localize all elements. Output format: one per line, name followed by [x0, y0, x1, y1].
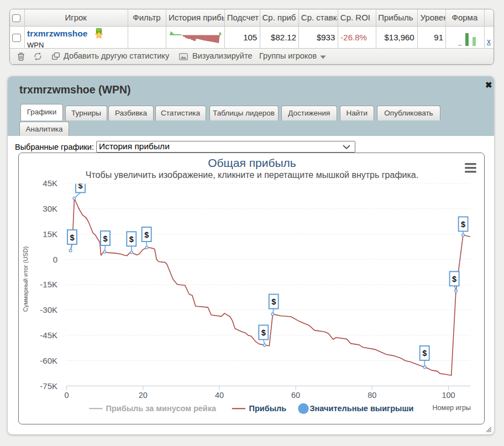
svg-text:60: 60 — [291, 391, 300, 400]
svg-text:45K: 45K — [43, 179, 57, 188]
svg-text:Общая прибыль: Общая прибыль — [208, 156, 296, 169]
svg-text:20: 20 — [139, 391, 148, 400]
svg-text:0: 0 — [65, 391, 69, 400]
svg-text:-45K: -45K — [40, 330, 57, 340]
svg-text:Прибыль: Прибыль — [249, 404, 287, 413]
svg-text:100: 100 — [442, 391, 455, 400]
svg-text:$: $ — [70, 233, 74, 242]
svg-text:-30K: -30K — [40, 305, 57, 314]
svg-text:$: $ — [103, 234, 107, 243]
svg-text:0: 0 — [53, 255, 57, 264]
svg-text:30K: 30K — [43, 204, 57, 213]
svg-text:$: $ — [452, 275, 456, 284]
svg-text:$: $ — [461, 220, 465, 229]
svg-text:$: $ — [271, 297, 276, 306]
svg-text:-15K: -15K — [40, 280, 57, 289]
svg-text:Чтобы увеличить изображение, к: Чтобы увеличить изображение, кликните и … — [86, 170, 418, 180]
svg-text:Значительные выигрыши: Значительные выигрыши — [310, 404, 414, 413]
svg-text:Прибыль за минусом рейка: Прибыль за минусом рейка — [106, 404, 217, 413]
svg-text:80: 80 — [368, 391, 376, 400]
svg-text:$: $ — [261, 328, 266, 337]
svg-text:-60K: -60K — [40, 356, 57, 365]
svg-text:-75K: -75K — [40, 381, 57, 391]
svg-text:$: $ — [422, 349, 427, 358]
svg-text:15K: 15K — [43, 229, 57, 239]
svg-text:Суммарный итог (USD): Суммарный итог (USD) — [22, 246, 29, 312]
svg-text:40: 40 — [215, 391, 224, 400]
svg-text:Номер игры: Номер игры — [433, 404, 471, 412]
svg-text:$: $ — [78, 181, 82, 190]
svg-text:$: $ — [144, 230, 149, 239]
svg-text:$: $ — [129, 235, 134, 244]
